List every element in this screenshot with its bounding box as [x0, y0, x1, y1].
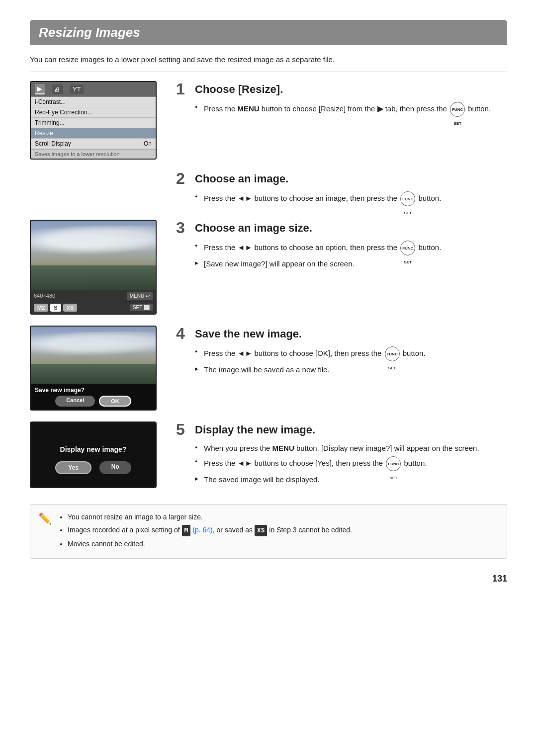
tab-settings-icon: YT	[70, 84, 84, 94]
arrow-btns-5: ◄►	[238, 459, 253, 467]
menu-row-trimming: Trimming...	[31, 118, 156, 128]
step-5-bullet-3: The saved image will be displayed.	[195, 474, 507, 485]
step-3-image-col: Resize 640×480 MENU ↩ M2 S XS SET ⬜	[30, 220, 164, 315]
m-badge: M	[182, 525, 191, 536]
resize-screen-bottom: 640×480 MENU ↩	[31, 290, 156, 302]
xs-badge: XS	[255, 525, 268, 536]
display-screen: Display new image? Yes No	[30, 421, 157, 488]
play-tab-icon: ▶	[377, 104, 383, 112]
step-4-bullets: Press the ◄► buttons to choose [OK], the…	[195, 346, 507, 375]
step-1-bullet-1: Press the MENU button to choose [Resize]…	[195, 102, 507, 117]
func-set-button-icon-5: FUNCSET	[386, 456, 401, 471]
resize-screen: Resize 640×480 MENU ↩ M2 S XS SET ⬜	[30, 220, 157, 315]
step-5-title: Display the new image.	[195, 421, 315, 436]
menu-footer: Saves images to a lower resolution	[31, 149, 156, 159]
menu-row-scroll: Scroll Display On	[31, 139, 156, 149]
step-3-bullets: Press the ◄► buttons to choose an option…	[195, 241, 507, 269]
save-cancel-btn[interactable]: Cancel	[55, 396, 95, 407]
menu-row-icontrast: i-Contrast...	[31, 97, 156, 107]
page-link[interactable]: (p. 64)	[192, 526, 212, 534]
step-1-header: 1 Choose [Resize].	[176, 81, 507, 97]
resize-screen-image	[31, 221, 156, 290]
tab-play-icon: ▶	[35, 84, 45, 94]
step-4-image-col: Resize Save new image? Cancel OK	[30, 326, 164, 411]
step-4-number: 4	[176, 326, 190, 341]
save-dialog-buttons: Cancel OK	[35, 396, 152, 407]
save-ok-btn[interactable]: OK	[99, 396, 131, 407]
step-3-header: 3 Choose an image size.	[176, 220, 507, 236]
notes-section: ✏️ You cannot resize an image to a large…	[30, 504, 507, 559]
size-s-btn[interactable]: S	[50, 304, 61, 312]
notes-list: You cannot resize an image to a larger s…	[59, 511, 352, 550]
page-number: 131	[30, 574, 507, 584]
menu-key: MENU	[238, 104, 260, 112]
save-dialog: Save new image? Cancel OK	[31, 384, 156, 410]
menu-key-5: MENU	[272, 444, 294, 452]
step-4-content: 4 Save the new image. Press the ◄► butto…	[176, 326, 507, 378]
note-2: Images recorded at a pixel setting of M …	[68, 524, 352, 536]
step-2-number: 2	[176, 170, 190, 186]
notes-content: You cannot resize an image to a larger s…	[59, 511, 352, 552]
menu-screen: ▶ 🖨 YT i-Contrast... Red-Eye Correction.…	[30, 81, 157, 160]
step-4-bullet-1: Press the ◄► buttons to choose [OK], the…	[195, 346, 507, 361]
resize-clouds	[31, 226, 156, 255]
step-4-header: 4 Save the new image.	[176, 326, 507, 341]
step-2-bullets: Press the ◄► buttons to choose an image,…	[195, 191, 507, 206]
step-1-number: 1	[176, 81, 190, 97]
resize-resolution: 640×480	[34, 293, 55, 299]
arrow-btns-2: ◄►	[238, 193, 253, 202]
notes-icon: ✏️	[38, 512, 52, 525]
func-set-button-icon: FUNCSET	[450, 102, 465, 117]
menu-row-scroll-value: On	[144, 140, 152, 147]
resize-sizes: M2 S XS	[34, 304, 77, 312]
step-5-header: 5 Display the new image.	[176, 421, 507, 437]
display-yes-btn[interactable]: Yes	[55, 461, 91, 474]
step-3-bullet-2: [Save new image?] will appear on the scr…	[195, 258, 507, 269]
func-set-button-icon-3: FUNCSET	[400, 241, 415, 255]
step-1-title: Choose [Resize].	[195, 81, 283, 96]
note-3: Movies cannot be edited.	[68, 538, 352, 549]
step-4-title: Save the new image.	[195, 326, 302, 340]
save-clouds	[31, 332, 156, 356]
display-dialog-text: Display new image?	[60, 445, 127, 453]
intro-text: You can resize images to a lower pixel s…	[30, 54, 507, 72]
resize-city	[31, 265, 156, 290]
step-3-bullet-1: Press the ◄► buttons to choose an option…	[195, 241, 507, 255]
step-3-content: 3 Choose an image size. Press the ◄► but…	[176, 220, 507, 272]
arrow-btns-4: ◄►	[238, 348, 253, 357]
step-4-bullet-2: The image will be saved as a new file.	[195, 364, 507, 375]
step-3-number: 3	[176, 220, 190, 236]
page-number-value: 131	[492, 574, 507, 584]
step-5-bullets: When you press the MENU button, [Display…	[195, 442, 507, 486]
page-title-bar: Resizing Images	[30, 20, 507, 45]
menu-rows: i-Contrast... Red-Eye Correction... Trim…	[31, 97, 156, 149]
step-1-content: 1 Choose [Resize]. Press the MENU button…	[176, 81, 507, 119]
save-screen: Resize Save new image? Cancel OK	[30, 326, 157, 411]
arrow-btns-3: ◄►	[238, 243, 253, 251]
display-no-btn[interactable]: No	[99, 461, 131, 474]
tab-print-icon: 🖨	[52, 84, 63, 94]
page-title: Resizing Images	[39, 25, 498, 40]
resize-set-btn[interactable]: SET ⬜	[130, 304, 153, 311]
step-5-image-col: Display new image? Yes No	[30, 421, 164, 488]
menu-row-scroll-label: Scroll Display	[35, 140, 71, 147]
step-1-row: ▶ 🖨 YT i-Contrast... Red-Eye Correction.…	[30, 81, 507, 160]
step-1-bullets: Press the MENU button to choose [Resize]…	[195, 102, 507, 117]
size-xs-btn[interactable]: XS	[63, 304, 78, 312]
steps-container: ▶ 🖨 YT i-Contrast... Red-Eye Correction.…	[30, 81, 507, 499]
step-3-row: Resize 640×480 MENU ↩ M2 S XS SET ⬜	[30, 220, 507, 315]
step-1-image-col: ▶ 🖨 YT i-Contrast... Red-Eye Correction.…	[30, 81, 164, 160]
step-2-content: 2 Choose an image. Press the ◄► buttons …	[176, 170, 507, 209]
step-5-bullet-1: When you press the MENU button, [Display…	[195, 442, 507, 454]
menu-row-resize: Resize	[31, 128, 156, 139]
menu-topbar: ▶ 🖨 YT	[31, 82, 156, 97]
display-buttons: Yes No	[55, 461, 131, 474]
save-screen-image	[31, 327, 156, 384]
size-m2-btn[interactable]: M2	[34, 304, 48, 312]
menu-row-redeye: Red-Eye Correction...	[31, 107, 156, 118]
step-5-row: Display new image? Yes No 5 Display the …	[30, 421, 507, 488]
step-4-row: Resize Save new image? Cancel OK 4 Save …	[30, 326, 507, 411]
save-city	[31, 364, 156, 384]
step-5-content: 5 Display the new image. When you press …	[176, 421, 507, 488]
step-2-row: 2 Choose an image. Press the ◄► buttons …	[30, 170, 507, 209]
